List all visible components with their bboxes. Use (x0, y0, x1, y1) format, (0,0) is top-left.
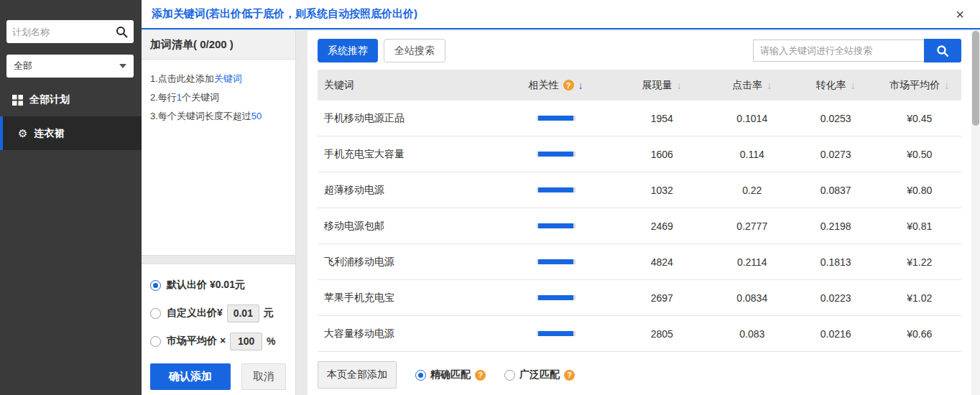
radio-icon[interactable] (150, 308, 161, 319)
sort-desc-icon[interactable]: ↓ (677, 80, 682, 91)
table-row[interactable]: 移动电源包邮 2469 0.2777 0.2198 ¥0.81 (318, 208, 961, 244)
cvr-cell: 0.0223 (794, 292, 877, 304)
keyword-entry-area[interactable]: 1.点击此处添加关键词 2.每行1个关键词 3.每个关键词长度不超过50 (142, 60, 295, 255)
market-price-option[interactable]: 市场平均价 × % (150, 332, 287, 350)
vertical-scrollbar[interactable] (971, 31, 980, 395)
plan-filter-dropdown[interactable]: 全部 (6, 55, 134, 78)
keyword-search-box (753, 39, 961, 62)
impressions-cell: 1032 (614, 185, 710, 196)
radio-icon[interactable] (415, 370, 426, 381)
impressions-cell: 1954 (614, 113, 710, 124)
col-header-impressions[interactable]: 展现量↓ (614, 79, 710, 92)
default-bid-label: 默认出价 ¥0.01元 (167, 279, 245, 292)
help-icon[interactable]: ? (475, 370, 486, 381)
cvr-cell: 0.0253 (794, 113, 877, 124)
table-row[interactable]: 超薄移动电源 1032 0.22 0.0837 ¥0.80 (318, 172, 961, 208)
scrollbar-thumb[interactable] (972, 31, 979, 126)
exact-match-label: 精确匹配 (430, 368, 471, 381)
cancel-button[interactable]: 取消 (241, 363, 286, 390)
add-words-panel: 加词清单( 0/200 ) 1.点击此处添加关键词 2.每行1个关键词 3.每个… (142, 31, 296, 395)
keyword-search-button[interactable] (924, 39, 961, 62)
table-row[interactable]: 手机充电宝大容量 1606 0.114 0.0273 ¥0.50 (318, 136, 961, 172)
ctr-cell: 0.22 (711, 185, 794, 196)
price-cell: ¥0.45 (877, 113, 961, 124)
search-icon (936, 45, 949, 57)
tab-site-search[interactable]: 全站搜索 (384, 39, 445, 62)
cvr-cell: 0.0837 (794, 185, 877, 196)
custom-bid-option[interactable]: 自定义出价¥ 元 (150, 304, 287, 322)
cvr-cell: 0.1813 (794, 256, 877, 268)
ctr-cell: 0.1014 (711, 113, 794, 124)
broad-match-label: 广泛匹配 (519, 368, 560, 381)
relevance-bar (498, 116, 614, 121)
radio-icon[interactable] (504, 370, 515, 381)
help-icon[interactable]: ? (564, 370, 575, 381)
keyword-search-input[interactable] (753, 40, 924, 62)
relevance-bar (498, 223, 614, 228)
search-icon (116, 26, 128, 38)
tab-system-recommend[interactable]: 系统推荐 (318, 39, 378, 62)
panel-divider (142, 255, 295, 264)
market-price-label: 市场平均价 × (167, 335, 226, 348)
ctr-cell: 0.083 (711, 328, 794, 340)
instruction-line: 3.每个关键词长度不超过50 (150, 107, 287, 126)
grid-icon (12, 95, 23, 106)
confirm-add-button[interactable]: 确认添加 (150, 363, 231, 390)
table-footer: 本页全部添加 精确匹配 ? 广泛匹配 ? (318, 361, 961, 389)
ctr-cell: 0.2777 (711, 220, 794, 232)
col-header-keyword: 关键词 (318, 79, 498, 92)
col-header-relevance[interactable]: 相关性?↓ (498, 79, 614, 92)
impressions-cell: 2697 (614, 292, 710, 304)
keyword-suggestions-panel: 系统推荐 全站搜索 关键词 相关性?↓ 展现量↓ 点击率↓ 转化率↓ 市场平均价… (308, 31, 971, 395)
ctr-cell: 0.114 (711, 149, 794, 160)
modal-titlebar: 添加关键词(若出价低于底价，则系统自动按照底价出价) × (142, 0, 980, 29)
close-icon[interactable]: × (950, 6, 970, 23)
keyword-cell: 移动电源包邮 (318, 220, 498, 233)
sidebar-item-all-plans[interactable]: 全部计划 (0, 88, 142, 112)
impressions-cell: 1606 (614, 149, 710, 160)
market-price-unit: % (267, 335, 275, 347)
keyword-cell: 手机移动电源正品 (318, 112, 498, 125)
plan-search-input[interactable] (12, 27, 116, 37)
custom-bid-input[interactable] (227, 305, 259, 322)
price-cell: ¥0.66 (877, 328, 961, 340)
impressions-cell: 2469 (614, 220, 710, 232)
toolbar: 系统推荐 全站搜索 (308, 31, 971, 70)
keyword-cell: 苹果手机充电宝 (318, 292, 498, 305)
add-all-button[interactable]: 本页全部添加 (318, 361, 397, 389)
sort-desc-icon[interactable]: ↓ (851, 80, 856, 91)
market-percent-input[interactable] (230, 333, 262, 350)
custom-bid-label: 自定义出价¥ (167, 307, 223, 320)
sidebar-item-label: 连衣裙 (34, 127, 64, 140)
sort-desc-icon[interactable]: ↓ (578, 80, 583, 91)
help-icon[interactable]: ? (563, 80, 574, 90)
plans-sidebar: 全部 全部计划 ⚙ 连衣裙 (0, 0, 142, 395)
exact-match-option[interactable]: 精确匹配 ? (415, 368, 486, 381)
modal-title: 添加关键词(若出价低于底价，则系统自动按照底价出价) (152, 7, 417, 21)
custom-bid-unit: 元 (264, 307, 274, 320)
sort-desc-icon[interactable]: ↓ (944, 80, 949, 91)
price-cell: ¥1.02 (877, 292, 961, 304)
sidebar-item-plan-dress[interactable]: ⚙ 连衣裙 (0, 116, 142, 150)
cvr-cell: 0.0273 (794, 149, 877, 160)
col-header-ctr[interactable]: 点击率↓ (711, 79, 794, 92)
col-header-market-price[interactable]: 市场平均价↓ (877, 79, 961, 92)
col-header-cvr[interactable]: 转化率↓ (794, 79, 877, 92)
default-bid-option[interactable]: 默认出价 ¥0.01元 (150, 276, 287, 294)
keyword-cell: 超薄移动电源 (318, 184, 498, 197)
radio-icon[interactable] (150, 280, 161, 291)
price-cell: ¥1.22 (877, 256, 961, 268)
broad-match-option[interactable]: 广泛匹配 ? (504, 368, 575, 381)
price-cell: ¥0.50 (877, 149, 961, 160)
sort-desc-icon[interactable]: ↓ (767, 80, 772, 91)
table-row[interactable]: 大容量移动电源 2805 0.083 0.0216 ¥0.66 (318, 316, 961, 352)
keyword-table: 关键词 相关性?↓ 展现量↓ 点击率↓ 转化率↓ 市场平均价↓ 手机移动电源正品… (318, 70, 961, 352)
keyword-cell: 飞利浦移动电源 (318, 256, 498, 269)
radio-icon[interactable] (150, 336, 161, 347)
table-row[interactable]: 手机移动电源正品 1954 0.1014 0.0253 ¥0.45 (318, 101, 961, 136)
plan-search-box[interactable] (6, 20, 134, 43)
table-row[interactable]: 苹果手机充电宝 2697 0.0834 0.0223 ¥1.02 (318, 280, 961, 316)
table-row[interactable]: 飞利浦移动电源 4824 0.2114 0.1813 ¥1.22 (318, 244, 961, 280)
relevance-bar (498, 152, 614, 157)
add-list-header: 加词清单( 0/200 ) (142, 31, 295, 60)
